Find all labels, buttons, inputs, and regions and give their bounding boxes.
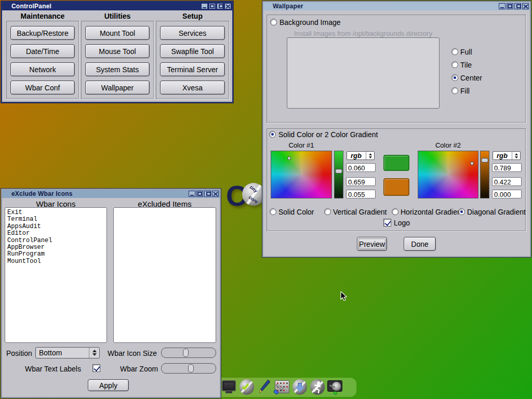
window-control-panel: ControlPanel Maintenance Utilities Setup…: [1, 1, 233, 103]
xvesa-button[interactable]: Xvesa: [160, 81, 225, 95]
minimize-icon[interactable]: [201, 3, 208, 9]
wbar-zoom-label: Wbar Zoom: [120, 365, 158, 373]
color1-value-slider[interactable]: [334, 151, 343, 198]
terminal-server-button[interactable]: Terminal Server: [160, 62, 225, 76]
wbar-icon-size-handle[interactable]: [183, 349, 189, 357]
list-item[interactable]: RunProgram: [7, 251, 104, 258]
excluded-items-list[interactable]: [113, 207, 216, 343]
control-panel-titlebar[interactable]: ControlPanel: [2, 2, 232, 10]
updown-arrows-icon: [512, 152, 520, 159]
shade-icon[interactable]: [204, 191, 211, 197]
list-item[interactable]: Terminal: [7, 216, 104, 223]
backup-restore-button[interactable]: Backup/Restore: [10, 26, 75, 40]
mode-tile-label: Tile: [460, 61, 472, 69]
style-diagonal-radio[interactable]: [458, 208, 465, 215]
wbar-icons-list[interactable]: Exit Terminal AppsAudit Editor ControlPa…: [5, 207, 107, 343]
color2-r-field[interactable]: 0.789: [492, 163, 522, 172]
solid-gradient-group: Solid Color or 2 Color Gradient Color #1…: [267, 128, 526, 231]
mode-tile-radio[interactable]: [451, 61, 458, 68]
updown-arrows-icon: [366, 152, 374, 159]
swapfile-tool-button[interactable]: Swapfile Tool: [160, 44, 225, 58]
mode-center-radio[interactable]: [451, 74, 458, 81]
style-vertical-label: Vertical Gradient: [333, 208, 387, 216]
preview-button[interactable]: Preview: [357, 237, 387, 251]
run-program-icon[interactable]: [310, 379, 325, 395]
wbar-text-labels-checkbox[interactable]: [92, 364, 100, 372]
maximize-icon[interactable]: [196, 191, 203, 197]
install-images-hint: Install images from /opt/backgrounds dir…: [287, 30, 440, 37]
solid-gradient-radio[interactable]: [269, 131, 276, 138]
apply-button[interactable]: Apply: [88, 379, 129, 391]
color2-mode-dropdown[interactable]: rgb: [493, 151, 521, 160]
mouse-tool-button[interactable]: Mouse Tool: [85, 44, 150, 58]
control-panel-icon[interactable]: [274, 379, 290, 395]
window-wallpaper: Wallpaper Background Image Install image…: [262, 1, 531, 257]
editor-icon[interactable]: [257, 379, 272, 395]
position-dropdown[interactable]: Bottom: [35, 347, 100, 358]
style-horizontal-label: Horizontal Gradient: [401, 208, 463, 216]
color1-marker[interactable]: [287, 156, 291, 160]
shade-icon[interactable]: [514, 3, 521, 9]
shade-icon[interactable]: [217, 3, 223, 9]
terminal-icon[interactable]: [221, 379, 237, 395]
network-button[interactable]: Network: [10, 62, 75, 76]
app-browser-icon[interactable]: [292, 379, 308, 395]
mode-center-label: Center: [460, 74, 482, 82]
system-stats-button[interactable]: System Stats: [85, 62, 150, 76]
color1-hue-square[interactable]: [271, 151, 332, 198]
minimize-icon[interactable]: [499, 3, 506, 9]
mount-tool-button[interactable]: Mount Tool: [85, 26, 150, 40]
style-solid-radio[interactable]: [270, 208, 276, 215]
maximize-icon[interactable]: [507, 3, 513, 9]
list-item[interactable]: Exit: [7, 209, 104, 216]
date-time-button[interactable]: Date/Time: [10, 44, 75, 58]
style-vertical-radio[interactable]: [324, 208, 331, 215]
color2-g-field[interactable]: 0.422: [492, 177, 522, 186]
list-item[interactable]: AppBrowser: [7, 244, 104, 251]
list-item[interactable]: MountTool: [7, 258, 104, 265]
wallpaper-titlebar[interactable]: Wallpaper: [263, 2, 530, 10]
color2-b-field[interactable]: 0.000: [492, 190, 522, 198]
background-image-label: Background Image: [280, 18, 341, 26]
color1-value-handle[interactable]: [335, 169, 342, 174]
color1-b-field[interactable]: 0.055: [346, 190, 376, 198]
close-icon[interactable]: [212, 191, 219, 197]
background-image-radio[interactable]: [270, 19, 277, 25]
mode-full-radio[interactable]: [451, 48, 458, 55]
color1-r-field[interactable]: 0.060: [346, 163, 376, 172]
style-solid-label: Solid Color: [278, 208, 314, 216]
color1-mode-dropdown[interactable]: rgb: [347, 151, 375, 160]
color2-hue-square[interactable]: [418, 151, 478, 198]
mode-fill-label: Fill: [460, 87, 470, 95]
color2-value-handle[interactable]: [481, 158, 488, 163]
wbar-zoom-slider[interactable]: [161, 363, 216, 374]
background-image-list[interactable]: [287, 37, 440, 109]
wbar-icon-size-label: Wbar Icon Size: [108, 349, 157, 357]
apps-audit-icon[interactable]: [239, 379, 255, 395]
column-header-utilities: Utilities: [81, 12, 154, 20]
style-horizontal-radio[interactable]: [392, 208, 398, 215]
wbar-conf-button[interactable]: Wbar Conf: [10, 81, 75, 95]
color2-value-slider[interactable]: [480, 151, 489, 198]
tinycore-logo: C tiny core: [225, 181, 267, 214]
maximize-icon[interactable]: [209, 3, 216, 9]
wbar-icon-size-slider[interactable]: [161, 348, 216, 358]
wbar-zoom-handle[interactable]: [188, 364, 194, 373]
done-button[interactable]: Done: [404, 237, 436, 251]
mount-tool-icon[interactable]: [327, 379, 343, 395]
color2-label: Color #2: [418, 141, 478, 149]
close-icon[interactable]: [522, 3, 529, 9]
background-image-group: Background Image Install images from /op…: [267, 15, 526, 123]
color1-g-field[interactable]: 0.659: [346, 177, 376, 186]
minimize-icon[interactable]: [189, 191, 195, 197]
wallpaper-button[interactable]: Wallpaper: [85, 81, 150, 95]
color2-marker[interactable]: [470, 162, 474, 165]
list-item[interactable]: Editor: [7, 230, 104, 237]
logo-checkbox[interactable]: [383, 219, 391, 227]
exclude-wbar-titlebar[interactable]: eXclude Wbar Icons: [2, 190, 220, 198]
mode-fill-radio[interactable]: [451, 87, 458, 94]
services-button[interactable]: Services: [160, 26, 225, 40]
list-item[interactable]: AppsAudit: [7, 223, 104, 230]
close-icon[interactable]: [224, 3, 231, 9]
list-item[interactable]: ControlPanel: [7, 237, 104, 244]
